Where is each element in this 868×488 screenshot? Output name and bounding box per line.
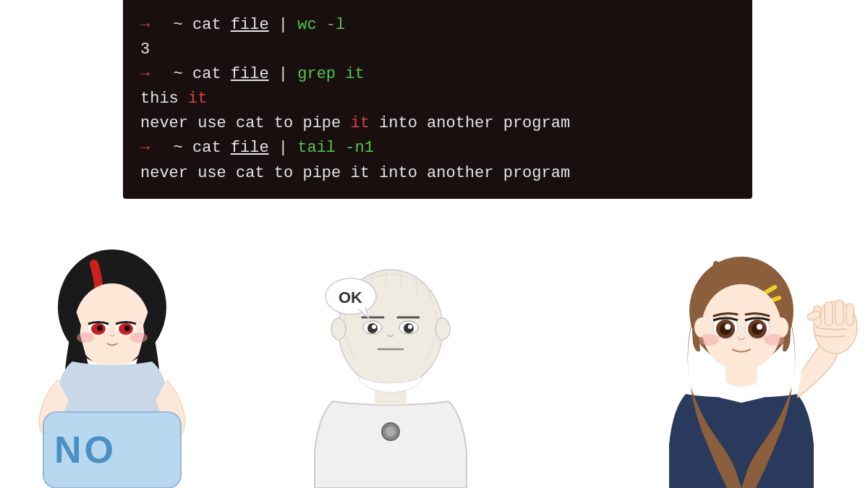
left-character: NO — [0, 242, 224, 488]
svg-point-7 — [124, 325, 130, 331]
terminal-line-2: → ~ cat file | grep it — [140, 62, 735, 87]
svg-rect-53 — [846, 304, 854, 325]
center-character: OK — [275, 242, 506, 488]
output-line-4: never use cat to pipe it into another pr… — [140, 161, 735, 186]
ok-label: OK — [339, 288, 362, 307]
arrow-icon-2: → — [140, 62, 150, 87]
right-character — [622, 242, 868, 488]
svg-rect-52 — [835, 300, 843, 325]
svg-point-46 — [757, 324, 762, 330]
right-character-svg — [622, 242, 868, 488]
svg-point-25 — [372, 325, 376, 329]
svg-point-47 — [699, 334, 719, 346]
cmd-text-3: ~ cat file | tail -n1 — [154, 136, 374, 160]
svg-point-20 — [435, 318, 450, 340]
terminal-line-1: → ~ cat file | wc -l — [140, 13, 735, 38]
svg-point-9 — [130, 333, 148, 343]
terminal-line-3: → ~ cat file | tail -n1 — [140, 136, 735, 160]
svg-point-26 — [408, 325, 412, 329]
characters-section: NO — [0, 239, 868, 488]
svg-point-8 — [77, 333, 94, 343]
left-character-svg: NO — [0, 242, 224, 488]
terminal-window: → ~ cat file | wc -l 3 → ~ cat file | gr… — [123, 0, 752, 199]
center-character-svg: OK — [275, 242, 506, 488]
cmd-text-2: ~ cat file | grep it — [154, 62, 364, 87]
svg-point-1 — [75, 283, 150, 367]
arrow-icon: → — [140, 13, 150, 38]
svg-point-32 — [386, 427, 396, 437]
cmd-text: ~ cat file | wc -l — [154, 13, 345, 38]
output-line-2: this it — [140, 87, 735, 111]
svg-point-48 — [764, 334, 784, 346]
no-pillow-text: NO — [54, 429, 116, 471]
output-line-1: 3 — [140, 38, 735, 62]
svg-point-6 — [97, 325, 103, 331]
svg-rect-51 — [825, 302, 833, 325]
svg-point-19 — [331, 318, 346, 340]
arrow-icon-3: → — [140, 136, 150, 160]
svg-point-45 — [725, 324, 731, 330]
output-line-3: never use cat to pipe it into another pr… — [140, 111, 735, 136]
